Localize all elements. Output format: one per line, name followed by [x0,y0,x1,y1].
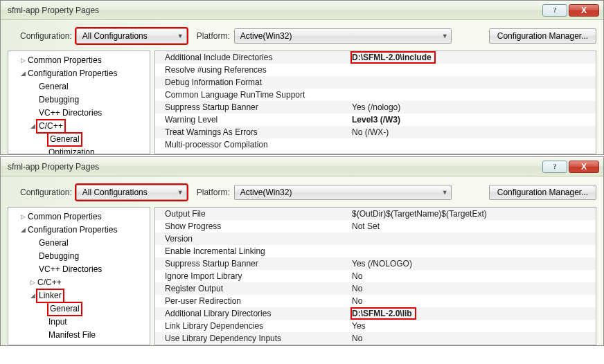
property-row[interactable]: Show ProgressNot Set [155,220,596,233]
property-value[interactable]: Yes (/NOLOGO) [352,259,596,269]
tree-vcpp-directories[interactable]: VC++ Directories [10,107,148,120]
dialog-body: ▷Common Properties ◢Configuration Proper… [1,51,603,154]
property-row[interactable]: Link Library DependenciesYes [155,320,596,332]
property-value[interactable]: No [352,284,596,293]
property-row[interactable]: Debug Information Format [155,76,596,89]
tree-debugging[interactable]: Debugging [10,250,148,263]
property-value[interactable]: Yes [352,321,596,331]
property-name[interactable]: Additional Library Directories [165,309,352,318]
tree-linker-debugging[interactable]: Debugging [10,342,148,345]
property-value[interactable]: Not Set [352,221,596,231]
property-name[interactable]: Ignore Import Library [165,271,352,281]
platform-dropdown[interactable]: Active(Win32) ▼ [234,28,452,44]
property-name[interactable]: Output File [165,209,352,219]
property-value[interactable]: Level3 (/W3) [352,115,596,125]
expanded-icon: ◢ [19,224,26,236]
tree-cpp[interactable]: ◢C/C++ [10,120,148,133]
collapsed-icon: ▷ [29,277,36,289]
collapsed-icon: ▷ [19,55,26,66]
property-name[interactable]: Suppress Startup Banner [165,102,352,112]
property-value[interactable]: No [352,334,596,343]
tree-cpp-optimization[interactable]: Optimization [10,146,148,154]
property-name[interactable]: Warning Level [165,115,352,125]
property-row[interactable]: Suppress Startup BannerYes (/nologo) [155,101,596,113]
property-value[interactable]: D:\SFML-2.0\lib [352,309,415,318]
property-row[interactable]: Suppress Startup BannerYes (/NOLOGO) [155,257,596,270]
configuration-dropdown[interactable]: All Configurations ▼ [76,185,187,200]
chevron-down-icon: ▼ [177,189,184,196]
property-row[interactable]: Multi-processor Compilation [155,138,596,151]
title-bar: sfml-app Property Pages ? X [1,1,603,20]
property-row[interactable]: Output File$(OutDir)$(TargetName)$(Targe… [155,208,596,220]
property-row[interactable]: Resolve #using References [155,64,596,76]
property-value[interactable]: D:\SFML-2.0\include [352,53,434,62]
property-row[interactable]: Additional Include DirectoriesD:\SFML-2.… [155,51,596,64]
property-name[interactable]: Multi-processor Compilation [165,140,352,149]
property-name[interactable]: Additional Include Directories [165,53,352,62]
property-name[interactable]: Resolve #using References [165,65,352,75]
property-value[interactable]: $(OutDir)$(TargetName)$(TargetExt) [352,209,596,219]
property-row[interactable]: Per-user RedirectionNo [155,295,596,307]
property-row[interactable]: Version [155,233,596,245]
property-name[interactable]: Show Progress [165,221,352,231]
property-row[interactable]: Common Language RunTime Support [155,89,596,101]
configuration-label: Configuration: [20,31,72,41]
property-name[interactable]: Enable Incremental Linking [165,246,352,256]
property-pages-dialog-cpp: sfml-app Property Pages ? X Configuratio… [0,0,604,155]
property-name[interactable]: Version [165,234,352,244]
tree-general[interactable]: General [10,80,148,93]
tree-linker-input[interactable]: Input [10,316,148,329]
configuration-bar: Configuration: All Configurations ▼ Plat… [1,20,603,51]
configuration-manager-button[interactable]: Configuration Manager... [489,185,596,200]
platform-dropdown[interactable]: Active(Win32) ▼ [234,185,452,200]
property-name[interactable]: Use Library Dependency Inputs [165,334,352,343]
configuration-bar: Configuration: All Configurations ▼ Plat… [1,176,603,207]
property-row[interactable]: Ignore Import LibraryNo [155,270,596,282]
tree-vcpp-directories[interactable]: VC++ Directories [10,263,148,276]
property-grid: Output File$(OutDir)$(TargetName)$(Targe… [154,207,596,345]
property-name[interactable]: Common Language RunTime Support [165,90,352,100]
property-value[interactable]: Yes (/nologo) [352,102,596,112]
property-row[interactable]: Additional Library DirectoriesD:\SFML-2.… [155,307,596,320]
configuration-manager-button[interactable]: Configuration Manager... [489,28,596,44]
platform-value: Active(Win32) [240,188,292,197]
close-button[interactable]: X [569,4,599,17]
property-row[interactable]: Use Library Dependency InputsNo [155,332,596,345]
configuration-dropdown[interactable]: All Configurations ▼ [76,28,187,44]
tree-linker-manifest[interactable]: Manifest File [10,329,148,342]
property-name[interactable]: Debug Information Format [165,78,352,87]
property-value[interactable]: No (/WX-) [352,127,596,137]
tree-common-properties[interactable]: ▷Common Properties [10,210,148,224]
tree-configuration-properties[interactable]: ◢Configuration Properties [10,67,148,80]
property-value[interactable]: No [352,271,596,281]
configuration-value: All Configurations [82,31,148,41]
property-name[interactable]: Per-user Redirection [165,296,352,306]
property-name[interactable]: Suppress Startup Banner [165,259,352,269]
tree-configuration-properties[interactable]: ◢Configuration Properties [10,224,148,237]
tree-linker-general[interactable]: General [10,302,148,316]
property-row[interactable]: Treat Warnings As ErrorsNo (/WX-) [155,126,596,138]
close-button[interactable]: X [569,161,599,173]
chevron-down-icon: ▼ [442,33,448,39]
tree-cpp[interactable]: ▷C/C++ [10,276,148,289]
help-button[interactable]: ? [542,4,567,17]
chevron-down-icon: ▼ [442,189,448,196]
property-pages-dialog-linker: sfml-app Property Pages ? X Configuratio… [0,156,604,346]
property-row[interactable]: Register OutputNo [155,282,596,295]
configuration-value: All Configurations [82,188,148,197]
property-row[interactable]: Enable Incremental Linking [155,245,596,257]
property-name[interactable]: Link Library Dependencies [165,321,352,331]
help-button[interactable]: ? [542,161,567,173]
platform-value: Active(Win32) [240,31,292,41]
tree-debugging[interactable]: Debugging [10,93,148,107]
tree-linker[interactable]: ◢Linker [10,289,148,302]
property-value[interactable]: No [352,296,596,306]
property-row[interactable]: Warning LevelLevel3 (/W3) [155,113,596,126]
tree-cpp-general[interactable]: General [10,133,148,146]
tree-common-properties[interactable]: ▷Common Properties [10,54,148,67]
property-name[interactable]: Register Output [165,284,352,293]
title-bar: sfml-app Property Pages ? X [1,157,603,176]
tree-general[interactable]: General [10,237,148,250]
configuration-label: Configuration: [20,188,72,197]
property-name[interactable]: Treat Warnings As Errors [165,127,352,137]
